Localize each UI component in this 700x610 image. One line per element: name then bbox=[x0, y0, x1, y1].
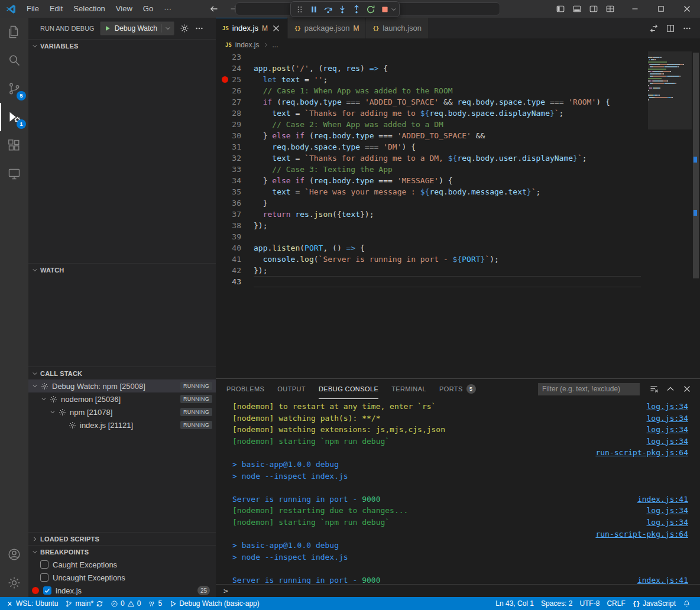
breakpoint-row[interactable]: Caught Exceptions bbox=[28, 558, 216, 571]
line-number[interactable]: 31 bbox=[216, 141, 254, 152]
debug-step-into-button[interactable] bbox=[335, 2, 349, 17]
gear-icon[interactable] bbox=[180, 24, 189, 33]
source-link[interactable]: log.js:34 bbox=[647, 505, 688, 517]
line-number[interactable]: 42 bbox=[216, 265, 254, 276]
breadcrumb-symbol[interactable]: ... bbox=[273, 41, 278, 49]
tab-launch.json[interactable]: {}launch.json bbox=[366, 18, 429, 38]
more-actions-button[interactable] bbox=[679, 20, 695, 37]
activitybar-settings[interactable] bbox=[0, 569, 28, 597]
split-editor-button[interactable] bbox=[662, 20, 679, 37]
activitybar-source-control[interactable]: 5 bbox=[0, 74, 28, 103]
toggle-panel-button[interactable] bbox=[569, 1, 585, 17]
breakpoints-section-header[interactable]: BREAKPOINTS bbox=[28, 545, 216, 558]
status-forwarded-ports[interactable]: 5 bbox=[144, 597, 166, 610]
status-indentation[interactable]: Spaces: 2 bbox=[537, 597, 576, 610]
menu-file[interactable]: File bbox=[21, 0, 44, 18]
chevron-down-icon[interactable] bbox=[165, 25, 171, 31]
breadcrumb[interactable]: JS index.js ... bbox=[216, 38, 700, 51]
checkbox[interactable] bbox=[43, 586, 51, 595]
breakpoint-row[interactable]: Uncaught Exceptions bbox=[28, 571, 216, 584]
minimap[interactable] bbox=[648, 51, 692, 378]
checkbox[interactable] bbox=[40, 573, 48, 582]
minimize-button[interactable] bbox=[622, 0, 648, 18]
clear-console-button[interactable] bbox=[646, 381, 662, 397]
watch-section-header[interactable]: WATCH bbox=[28, 263, 216, 276]
panel-tab-output[interactable]: OUTPUT bbox=[277, 379, 306, 399]
maximize-button[interactable] bbox=[648, 0, 674, 18]
breakpoint-glyph[interactable] bbox=[222, 76, 228, 83]
line-number[interactable]: 43 bbox=[216, 276, 254, 287]
activitybar-run-and-debug[interactable]: 1 bbox=[0, 103, 28, 131]
status-cursor-position[interactable]: Ln 43, Col 1 bbox=[492, 597, 537, 610]
close-button[interactable] bbox=[674, 0, 700, 18]
activitybar-search[interactable] bbox=[0, 46, 28, 74]
menu-more[interactable]: ··· bbox=[158, 0, 177, 18]
scrollbar-thumb[interactable] bbox=[693, 53, 699, 278]
line-number[interactable]: 38 bbox=[216, 220, 254, 231]
line-number[interactable]: 29 bbox=[216, 119, 254, 130]
source-link[interactable]: run-script-pkg.js:64 bbox=[595, 528, 688, 540]
breadcrumb-file[interactable]: index.js bbox=[235, 41, 260, 49]
start-debug-icon[interactable] bbox=[104, 25, 111, 32]
source-link[interactable]: log.js:34 bbox=[647, 424, 688, 436]
line-number[interactable]: 34 bbox=[216, 175, 254, 186]
line-number[interactable]: 25 bbox=[216, 74, 254, 85]
maximize-panel-button[interactable] bbox=[662, 381, 679, 397]
line-number[interactable]: 37 bbox=[216, 209, 254, 220]
line-number[interactable]: 41 bbox=[216, 254, 254, 265]
loaded-scripts-section-header[interactable]: LOADED SCRIPTS bbox=[28, 532, 216, 545]
editor-scrollbar[interactable] bbox=[692, 51, 700, 378]
console-filter-input[interactable] bbox=[538, 383, 640, 395]
line-number[interactable]: 27 bbox=[216, 96, 254, 108]
callstack-row[interactable]: Debug Watch: npm [25008]RUNNING bbox=[28, 379, 216, 392]
tab-index.js[interactable]: JSindex.jsM bbox=[216, 18, 288, 38]
activitybar-explorer[interactable] bbox=[0, 18, 28, 46]
status-language-mode[interactable]: {}JavaScript bbox=[629, 597, 679, 610]
back-icon[interactable] bbox=[209, 4, 219, 14]
source-link[interactable]: log.js:34 bbox=[647, 401, 688, 413]
source-link[interactable]: log.js:34 bbox=[647, 517, 688, 528]
panel-tab-ports[interactable]: PORTS5 bbox=[439, 379, 476, 399]
minimap-slider[interactable] bbox=[648, 51, 692, 129]
callstack-row[interactable]: nodemon [25036]RUNNING bbox=[28, 392, 216, 405]
activitybar-extensions[interactable] bbox=[0, 131, 28, 160]
source-link[interactable]: run-script-pkg.js:64 bbox=[595, 447, 688, 459]
close-icon[interactable] bbox=[271, 24, 281, 33]
line-number[interactable]: 30 bbox=[216, 130, 254, 141]
line-number[interactable]: 26 bbox=[216, 85, 254, 96]
status-encoding[interactable]: UTF-8 bbox=[576, 597, 603, 610]
debug-config-select[interactable]: Debug Watch bbox=[100, 21, 174, 35]
close-panel-button[interactable] bbox=[679, 381, 695, 397]
source-link[interactable]: log.js:34 bbox=[647, 413, 688, 424]
status-notifications[interactable] bbox=[679, 597, 694, 610]
debug-restart-button[interactable] bbox=[364, 2, 378, 17]
customize-layout-button[interactable] bbox=[602, 1, 618, 17]
menu-view[interactable]: View bbox=[111, 0, 138, 18]
callstack-section-header[interactable]: CALL STACK bbox=[28, 366, 216, 379]
more-actions-icon[interactable] bbox=[195, 24, 204, 33]
line-number[interactable]: 24 bbox=[216, 63, 254, 74]
line-number[interactable]: 36 bbox=[216, 197, 254, 209]
variables-section-header[interactable]: VARIABLES bbox=[28, 39, 216, 52]
source-link[interactable]: index.js:41 bbox=[637, 494, 688, 505]
toggle-primary-sidebar-button[interactable] bbox=[552, 1, 569, 17]
status-debug-session[interactable]: Debug Watch (basic-app) bbox=[166, 597, 263, 610]
debug-stop-dropdown-button[interactable] bbox=[390, 2, 397, 17]
line-number[interactable]: 39 bbox=[216, 231, 254, 242]
debug-pause-button[interactable] bbox=[307, 2, 321, 17]
menu-edit[interactable]: Edit bbox=[44, 0, 68, 18]
source-link[interactable]: index.js:41 bbox=[637, 575, 688, 584]
line-number[interactable]: 33 bbox=[216, 164, 254, 175]
debug-step-out-button[interactable] bbox=[349, 2, 364, 17]
line-number[interactable]: 40 bbox=[216, 242, 254, 254]
callstack-row[interactable]: index.js [21121]RUNNING bbox=[28, 418, 216, 431]
debug-console-input[interactable]: > bbox=[216, 584, 700, 597]
status-git-branch[interactable]: main* bbox=[61, 597, 107, 610]
menu-selection[interactable]: Selection bbox=[68, 0, 110, 18]
panel-tab-terminal[interactable]: TERMINAL bbox=[391, 379, 426, 399]
status-eol[interactable]: CRLF bbox=[603, 597, 628, 610]
panel-tab-debug-console[interactable]: DEBUG CONSOLE bbox=[319, 379, 378, 399]
source-link[interactable]: log.js:34 bbox=[647, 436, 688, 447]
panel-tab-problems[interactable]: PROBLEMS bbox=[226, 379, 264, 399]
line-number[interactable]: 35 bbox=[216, 186, 254, 197]
